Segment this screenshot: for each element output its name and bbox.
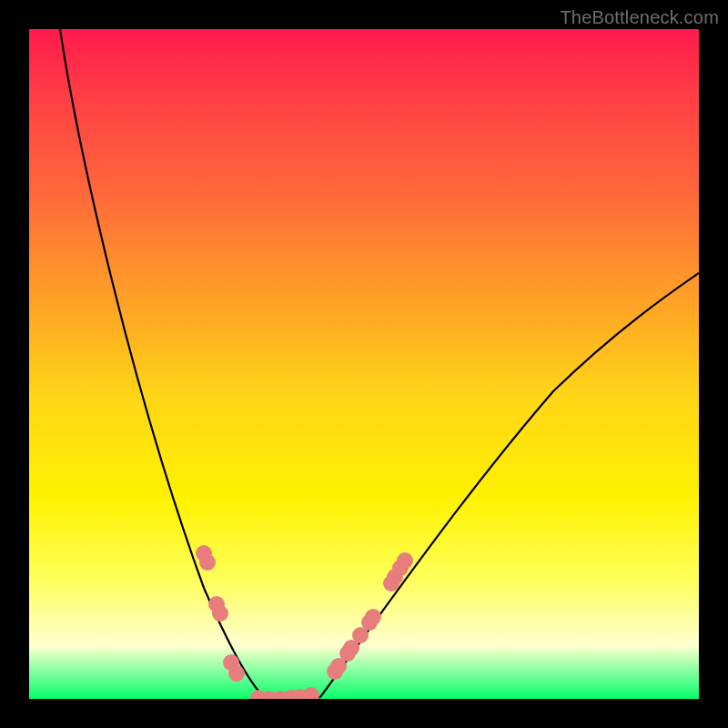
curve-left-path bbox=[60, 29, 264, 697]
bottleneck-curve bbox=[60, 29, 699, 699]
plot-area bbox=[29, 29, 699, 699]
watermark-text: TheBottleneck.com bbox=[560, 7, 719, 28]
data-marker bbox=[365, 609, 381, 625]
data-marker bbox=[228, 665, 245, 682]
data-marker bbox=[303, 687, 319, 699]
curve-right-path bbox=[320, 273, 699, 697]
chart-frame: TheBottleneck.com bbox=[0, 0, 728, 728]
data-marker bbox=[212, 605, 228, 622]
data-marker bbox=[397, 552, 413, 569]
data-markers bbox=[196, 545, 413, 699]
data-marker bbox=[199, 554, 216, 571]
chart-svg bbox=[29, 29, 699, 699]
